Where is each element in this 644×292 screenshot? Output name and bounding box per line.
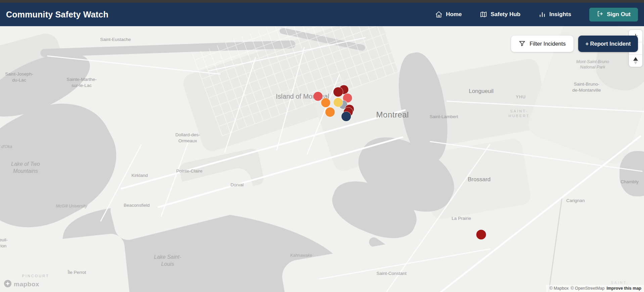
bar-chart-icon — [539, 11, 546, 18]
map-place-label: Carignan — [566, 198, 585, 204]
improve-this-map-link[interactable]: Improve this map — [607, 286, 642, 291]
compass-needle-up-icon — [633, 57, 638, 61]
map-attribution: © Mapbox © OpenStreetMap Improve this ma… — [546, 285, 644, 292]
logout-icon — [597, 10, 603, 19]
incident-marker[interactable] — [476, 230, 486, 240]
nav-insights-label: Insights — [549, 11, 571, 18]
nav-item-insights[interactable]: Insights — [539, 11, 571, 18]
home-icon — [435, 11, 443, 18]
compass-button[interactable] — [629, 54, 642, 67]
filter-incidents-label: Filter Incidents — [530, 41, 565, 47]
report-incident-label: + Report Incident — [585, 41, 631, 47]
compass-needle-down-icon — [634, 61, 637, 64]
mapbox-logo-icon — [3, 279, 12, 289]
filter-incidents-button[interactable]: Filter Incidents — [511, 36, 573, 52]
incident-marker[interactable] — [314, 92, 323, 101]
map-place-label: Kirkland — [132, 173, 148, 179]
app-header: Community Safety Watch Home Safety Hub I… — [0, 3, 644, 26]
map-icon — [480, 11, 487, 18]
incident-marker[interactable] — [334, 98, 343, 107]
app-title: Community Safety Watch — [6, 10, 108, 19]
attribution-mapbox-link[interactable]: © Mapbox — [549, 286, 568, 291]
incident-marker[interactable] — [321, 98, 330, 107]
window-top-strip — [0, 0, 644, 3]
incident-marker[interactable] — [341, 112, 351, 121]
map-place-label: Saint-Eustache — [100, 37, 131, 43]
nav-item-home[interactable]: Home — [435, 11, 462, 18]
sign-out-label: Sign Out — [607, 11, 631, 18]
nav-item-safety-hub[interactable]: Safety Hub — [480, 11, 520, 18]
main-nav: Home Safety Hub Insights Sign Out — [435, 8, 644, 21]
mapbox-logo[interactable]: mapbox — [3, 279, 39, 289]
map-water-chambly-basin — [619, 151, 644, 196]
map-water-richelieu — [548, 198, 562, 292]
mapbox-logo-word: mapbox — [14, 281, 39, 288]
funnel-icon — [519, 40, 525, 48]
map-canvas[interactable]: Saint-EustacheSaint-Joseph- du-LacSainte… — [0, 26, 644, 292]
incident-marker[interactable] — [333, 87, 343, 97]
nav-home-label: Home — [446, 11, 462, 18]
report-incident-button[interactable]: + Report Incident — [578, 36, 638, 52]
sign-out-button[interactable]: Sign Out — [589, 8, 638, 21]
attribution-osm-link[interactable]: © OpenStreetMap — [571, 286, 605, 291]
incident-marker[interactable] — [325, 107, 335, 117]
nav-safety-hub-label: Safety Hub — [491, 11, 520, 18]
